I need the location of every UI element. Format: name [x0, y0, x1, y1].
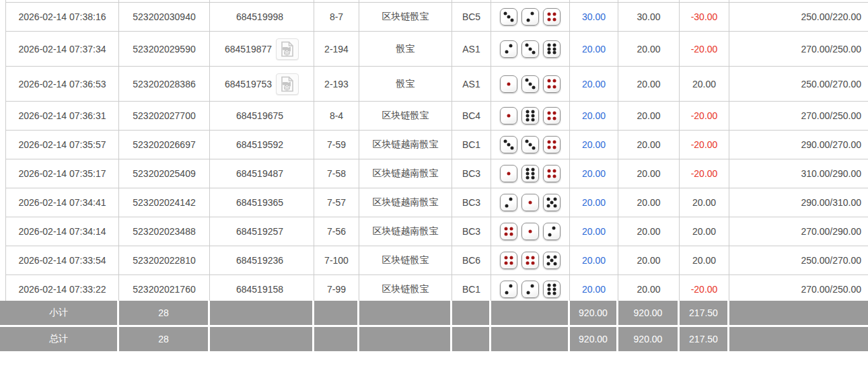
summary-valid-bet-cell: 920.00 — [618, 301, 680, 325]
order-number-cell: 523202025409 — [119, 159, 210, 188]
die-icon-6 — [521, 107, 539, 124]
bet-amount-cell: 20.00 — [570, 217, 618, 246]
die-pip — [507, 82, 511, 85]
sliver-cell — [570, 0, 618, 2]
win-loss-cell: -20.00 — [680, 131, 729, 159]
die-pip — [530, 285, 534, 288]
die-pip — [505, 291, 509, 294]
die-pip — [532, 147, 536, 150]
summary-empty-cell — [210, 327, 314, 351]
die-pip — [554, 262, 557, 266]
valid-bet-cell: 20.00 — [618, 102, 680, 130]
win-loss-value: -20.00 — [691, 139, 718, 150]
valid-bet-cell: 20.00 — [618, 159, 680, 188]
die-pip — [552, 284, 556, 287]
die-pip — [553, 18, 556, 22]
table-code-cell: BC3 — [452, 188, 491, 217]
video-replay-button[interactable] — [276, 38, 299, 60]
die-pip — [507, 143, 511, 147]
table-code-cell: BC4 — [452, 102, 491, 130]
die-pip — [532, 256, 535, 259]
bet-amount-link[interactable]: 20.00 — [582, 110, 606, 121]
round-number: 684519365 — [236, 197, 283, 208]
round-number-cell: 684519998 — [210, 3, 314, 31]
bet-amount-link[interactable]: 20.00 — [582, 79, 606, 89]
bet-amount-link[interactable]: 30.00 — [582, 11, 606, 22]
summary-empty-cell — [491, 327, 570, 351]
die-pip — [529, 82, 532, 85]
bet-time-cell: 2026-02-14 07:36:53 — [5, 67, 119, 101]
bet-amount-link[interactable]: 20.00 — [582, 284, 606, 295]
bet-amount-link[interactable]: 20.00 — [582, 168, 606, 179]
dice-result-cell — [491, 102, 570, 130]
die-icon-1 — [500, 107, 517, 124]
bet-amount-link[interactable]: 20.00 — [582, 197, 606, 208]
die-icon-2 — [500, 40, 517, 58]
die-pip — [526, 168, 530, 172]
sliver-cell — [210, 0, 314, 2]
bet-time-cell: 2026-02-14 07:33:22 — [5, 275, 119, 303]
round-number-cell: 684519236 — [210, 246, 314, 274]
win-loss-cell: -30.00 — [680, 3, 729, 31]
die-pip — [504, 262, 507, 265]
valid-bet-cell: 20.00 — [618, 275, 680, 303]
die-icon-2 — [543, 223, 560, 240]
bet-amount-cell: 20.00 — [570, 246, 618, 274]
die-icon-5 — [543, 194, 560, 211]
period-cell: 7-57 — [314, 188, 359, 217]
game-name-cell: 骰宝 — [359, 32, 452, 66]
die-pip — [504, 227, 507, 230]
die-pip — [553, 79, 556, 83]
win-loss-value: 20.00 — [692, 197, 716, 208]
die-pip — [552, 47, 556, 50]
die-pip — [525, 139, 528, 143]
die-pip — [532, 50, 536, 54]
die-pip — [527, 291, 530, 294]
die-pip — [546, 262, 550, 266]
die-pip — [552, 51, 556, 54]
die-pip — [529, 201, 532, 205]
win-loss-cell: 20.00 — [680, 188, 729, 217]
summary-win-loss-cell: 217.50 — [680, 327, 729, 351]
dice-result-cell — [491, 3, 570, 31]
die-pip — [553, 169, 556, 172]
summary-empty-cell — [314, 301, 359, 325]
die-pip — [532, 262, 535, 265]
bet-time-cell: 2026-02-14 07:37:34 — [5, 32, 119, 66]
valid-bet-cell: 30.00 — [618, 3, 680, 31]
order-number-cell: 523202022810 — [119, 246, 210, 274]
order-number-cell: 523202029590 — [119, 32, 210, 66]
valid-bet-cell: 20.00 — [618, 217, 680, 246]
die-icon-4 — [521, 252, 539, 269]
die-icon-4 — [543, 136, 560, 153]
balance-cell: 250.00/270.00 — [729, 67, 868, 101]
round-number-cell: 684519675 — [210, 102, 314, 130]
round-number-cell: 684519158 — [210, 275, 314, 303]
bet-amount-link[interactable]: 20.00 — [582, 226, 606, 237]
die-pip — [553, 117, 556, 120]
video-replay-button[interactable] — [276, 73, 299, 95]
die-pip — [531, 176, 534, 179]
summary-empty-cell — [314, 327, 359, 351]
win-loss-value: -20.00 — [691, 168, 718, 179]
table-code-cell: BC5 — [452, 3, 491, 31]
die-icon-3 — [500, 136, 517, 153]
summary-label-cell: 小计 — [0, 301, 119, 325]
bet-amount-link[interactable]: 20.00 — [582, 255, 606, 266]
order-number-cell: 523202030940 — [119, 3, 210, 31]
bet-amount-link[interactable]: 20.00 — [582, 139, 606, 150]
die-pip — [548, 291, 551, 295]
period-cell: 7-99 — [314, 275, 359, 303]
summary-empty-cell — [491, 301, 570, 325]
die-icon-4 — [543, 75, 560, 93]
round-number: 684519753 — [225, 79, 272, 89]
period-cell: 7-100 — [314, 246, 359, 274]
bet-time-cell: 2026-02-14 07:34:41 — [5, 188, 119, 217]
order-number-cell: 523202021760 — [119, 275, 210, 303]
die-pip — [553, 12, 556, 15]
bet-amount-link[interactable]: 20.00 — [582, 44, 606, 54]
summary-empty-cell — [359, 301, 452, 325]
die-icon-3 — [521, 136, 539, 153]
die-pip — [547, 117, 550, 120]
die-pip — [503, 11, 507, 15]
